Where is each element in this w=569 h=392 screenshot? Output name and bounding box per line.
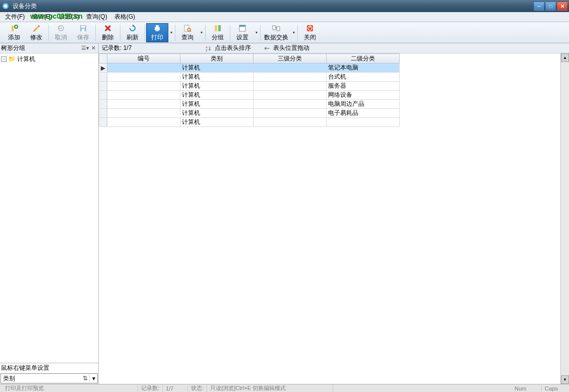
group-button[interactable]: 分组 — [207, 23, 229, 42]
table-row[interactable]: 计算机服务器 — [99, 82, 400, 91]
settings-icon — [238, 24, 247, 33]
table-row[interactable]: 计算机台式机 — [99, 73, 400, 82]
col-header-category[interactable]: 类别 — [180, 54, 254, 63]
sidebar-options-icon[interactable]: ☰▾ — [81, 44, 89, 52]
window-title: 设备分类 — [13, 2, 534, 11]
cell-level2[interactable]: 电子易耗品 — [327, 109, 400, 118]
delete-button[interactable]: 删除 — [97, 23, 119, 42]
table-row[interactable]: 计算机网络设备 — [99, 91, 400, 100]
cell-number[interactable] — [107, 73, 180, 82]
cell-level3[interactable] — [254, 73, 327, 82]
query-dropdown[interactable]: ▾ — [199, 30, 204, 35]
maximize-button[interactable]: □ — [545, 2, 556, 11]
exchange-dropdown[interactable]: ▾ — [291, 30, 296, 35]
tree-view[interactable]: − 📁 计算机 — [0, 53, 98, 363]
data-grid[interactable]: 编号 类别 三级分类 二级分类 ▶计算机笔记本电脑计算机台式机计算机服务器计算机… — [99, 53, 560, 384]
cell-number[interactable] — [107, 118, 180, 127]
table-row[interactable]: 计算机 — [99, 118, 400, 127]
row-indicator — [99, 109, 107, 118]
edit-button[interactable]: 修改 — [25, 23, 47, 42]
status-state-label: 状态: — [188, 384, 207, 392]
table-row[interactable]: 计算机电脑周边产品 — [99, 100, 400, 109]
col-header-level2[interactable]: 二级分类 — [327, 54, 400, 63]
combo-drop-icon[interactable]: ▾ — [89, 375, 97, 382]
sidebar: 树形分组 ☰▾ ✕ − 📁 计算机 鼠标右键菜单设置 类别 ⇅ ▾ — [0, 43, 99, 384]
cell-level2[interactable]: 台式机 — [327, 73, 400, 82]
cell-category[interactable]: 计算机 — [180, 109, 254, 118]
close-app-button[interactable]: 关闭 — [299, 23, 321, 42]
edit-icon — [32, 24, 41, 33]
title-bar: 设备分类 ─ □ ✕ — [0, 0, 569, 12]
svg-rect-21 — [265, 47, 267, 49]
print-button[interactable]: 打印 — [146, 23, 168, 42]
cell-level2[interactable]: 电脑周边产品 — [327, 100, 400, 109]
query-button[interactable]: 查询 — [176, 23, 199, 42]
minimize-button[interactable]: ─ — [534, 2, 544, 11]
sidebar-combo[interactable]: 类别 ⇅ ▾ — [1, 373, 98, 383]
cell-category[interactable]: 计算机 — [180, 100, 254, 109]
menu-settings[interactable]: 设置(S) — [56, 12, 82, 22]
menu-query[interactable]: 查询(Q) — [83, 12, 110, 22]
cell-category[interactable]: 计算机 — [180, 63, 254, 73]
cell-level2[interactable]: 笔记本电脑 — [327, 63, 400, 73]
menu-file[interactable]: 文件(F) — [2, 12, 28, 22]
row-indicator — [99, 82, 107, 91]
col-header-number[interactable]: 编号 — [107, 54, 180, 63]
tree-node-root[interactable]: − 📁 计算机 — [1, 54, 97, 63]
scroll-down-button[interactable]: ▼ — [561, 375, 569, 384]
sidebar-hint: 鼠标右键菜单设置 — [0, 363, 98, 373]
drag-hint: 表头位置拖动 — [273, 44, 309, 52]
save-icon — [79, 24, 88, 33]
save-button: 保存 — [72, 23, 94, 42]
cell-level3[interactable] — [254, 82, 327, 91]
cell-level3[interactable] — [254, 63, 327, 73]
table-row[interactable]: 计算机电子易耗品 — [99, 109, 400, 118]
cell-level3[interactable] — [254, 91, 327, 100]
settings-dropdown[interactable]: ▾ — [254, 30, 259, 35]
cell-number[interactable] — [107, 63, 180, 73]
svg-rect-11 — [215, 25, 217, 31]
cell-category[interactable]: 计算机 — [180, 73, 254, 82]
cell-number[interactable] — [107, 109, 180, 118]
record-count: 记录数: 1/7 — [102, 44, 193, 52]
cell-category[interactable]: 计算机 — [180, 118, 254, 127]
cell-category[interactable]: 计算机 — [180, 91, 254, 100]
menu-edit[interactable]: 编辑(E) — [29, 12, 55, 22]
cell-level2[interactable]: 网络设备 — [327, 91, 400, 100]
cell-level3[interactable] — [254, 118, 327, 127]
status-rec-label: 记录数: — [138, 384, 163, 392]
close-button[interactable]: ✕ — [557, 2, 567, 11]
status-hint: 打印及打印预览 — [2, 384, 138, 392]
cell-number[interactable] — [107, 82, 180, 91]
vertical-scrollbar[interactable]: ▲ ▼ — [560, 53, 569, 384]
svg-rect-15 — [273, 26, 276, 30]
cell-level3[interactable] — [254, 109, 327, 118]
svg-rect-8 — [156, 29, 159, 31]
tree-node-label: 计算机 — [17, 55, 35, 63]
status-num: Num — [512, 385, 542, 391]
cell-level2[interactable]: 服务器 — [327, 82, 400, 91]
col-header-level3[interactable]: 三级分类 — [254, 54, 327, 63]
scroll-up-button[interactable]: ▲ — [561, 53, 569, 62]
sidebar-title: 树形分组 — [1, 44, 81, 52]
exchange-icon — [272, 24, 281, 33]
cell-number[interactable] — [107, 100, 180, 109]
cell-category[interactable]: 计算机 — [180, 82, 254, 91]
add-button[interactable]: 添加 — [3, 23, 25, 42]
combo-spin-icon[interactable]: ⇅ — [81, 375, 89, 382]
settings-button[interactable]: 设置 — [231, 23, 254, 42]
cell-level3[interactable] — [254, 100, 327, 109]
print-dropdown[interactable]: ▾ — [168, 30, 174, 35]
refresh-icon — [128, 24, 137, 33]
sort-hint: 点击表头排序 — [215, 44, 251, 52]
menu-grid[interactable]: 表格(G) — [111, 12, 138, 22]
table-row[interactable]: ▶计算机笔记本电脑 — [99, 63, 400, 73]
svg-rect-12 — [218, 25, 221, 31]
data-exchange-button[interactable]: 数据交换 — [262, 23, 291, 42]
cell-number[interactable] — [107, 91, 180, 100]
cell-level2[interactable] — [327, 118, 400, 127]
tree-expand-icon[interactable]: − — [1, 56, 7, 62]
refresh-button[interactable]: 刷新 — [121, 23, 144, 42]
sidebar-close-icon[interactable]: ✕ — [89, 44, 97, 52]
scroll-track[interactable] — [561, 62, 569, 375]
